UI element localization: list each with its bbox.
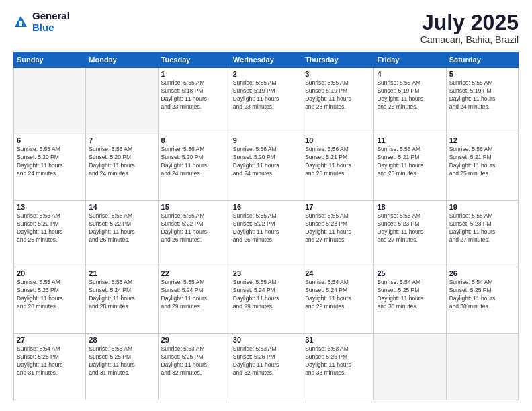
calendar-day-cell: 20Sunrise: 5:55 AM Sunset: 5:23 PM Dayli…	[14, 267, 86, 334]
day-info: Sunrise: 5:55 AM Sunset: 5:19 PM Dayligh…	[377, 79, 443, 111]
day-number: 17	[305, 203, 371, 211]
day-info: Sunrise: 5:55 AM Sunset: 5:19 PM Dayligh…	[233, 79, 299, 111]
calendar-day-cell: 28Sunrise: 5:53 AM Sunset: 5:25 PM Dayli…	[86, 334, 158, 400]
day-info: Sunrise: 5:55 AM Sunset: 5:24 PM Dayligh…	[89, 279, 154, 311]
day-number: 16	[233, 203, 299, 211]
calendar-day-cell: 1Sunrise: 5:55 AM Sunset: 5:18 PM Daylig…	[158, 68, 230, 134]
calendar-table: SundayMondayTuesdayWednesdayThursdayFrid…	[13, 52, 519, 400]
day-info: Sunrise: 5:55 AM Sunset: 5:20 PM Dayligh…	[17, 146, 83, 178]
day-info: Sunrise: 5:55 AM Sunset: 5:23 PM Dayligh…	[377, 212, 443, 244]
day-number: 14	[89, 203, 154, 211]
day-info: Sunrise: 5:54 AM Sunset: 5:25 PM Dayligh…	[17, 345, 83, 377]
calendar-day-cell: 26Sunrise: 5:54 AM Sunset: 5:25 PM Dayli…	[446, 267, 518, 334]
day-number: 28	[89, 336, 154, 344]
day-number: 15	[161, 203, 227, 211]
day-number: 8	[161, 136, 227, 144]
calendar-body: 1Sunrise: 5:55 AM Sunset: 5:18 PM Daylig…	[14, 68, 519, 400]
calendar-day-cell: 11Sunrise: 5:56 AM Sunset: 5:21 PM Dayli…	[374, 134, 446, 201]
day-number: 19	[449, 203, 515, 211]
day-number: 31	[305, 336, 371, 344]
calendar-day-cell: 10Sunrise: 5:56 AM Sunset: 5:21 PM Dayli…	[302, 134, 374, 201]
month-year: July 2025	[420, 11, 519, 34]
calendar-day-cell: 27Sunrise: 5:54 AM Sunset: 5:25 PM Dayli…	[14, 334, 86, 400]
day-number: 26	[449, 269, 515, 277]
day-number: 29	[161, 336, 227, 344]
day-info: Sunrise: 5:55 AM Sunset: 5:23 PM Dayligh…	[305, 212, 371, 244]
day-info: Sunrise: 5:56 AM Sunset: 5:22 PM Dayligh…	[17, 212, 83, 244]
page: General Blue July 2025 Camacari, Bahia, …	[0, 0, 532, 411]
calendar-day-cell: 15Sunrise: 5:55 AM Sunset: 5:22 PM Dayli…	[158, 201, 230, 267]
calendar-day-cell: 7Sunrise: 5:56 AM Sunset: 5:20 PM Daylig…	[86, 134, 158, 201]
day-info: Sunrise: 5:56 AM Sunset: 5:21 PM Dayligh…	[377, 146, 443, 178]
calendar-day-cell: 16Sunrise: 5:55 AM Sunset: 5:22 PM Dayli…	[230, 201, 302, 267]
day-number: 13	[17, 203, 83, 211]
calendar-day-cell: 3Sunrise: 5:55 AM Sunset: 5:19 PM Daylig…	[302, 68, 374, 134]
calendar-header-cell: Monday	[86, 52, 158, 68]
day-number: 11	[377, 136, 443, 144]
day-info: Sunrise: 5:55 AM Sunset: 5:24 PM Dayligh…	[233, 279, 299, 311]
logo-icon	[13, 15, 28, 30]
calendar-week-row: 27Sunrise: 5:54 AM Sunset: 5:25 PM Dayli…	[14, 334, 519, 400]
day-number: 21	[89, 269, 154, 277]
day-info: Sunrise: 5:56 AM Sunset: 5:22 PM Dayligh…	[89, 212, 154, 244]
day-number: 23	[233, 269, 299, 277]
day-number: 4	[377, 70, 443, 78]
calendar-day-cell: 29Sunrise: 5:53 AM Sunset: 5:25 PM Dayli…	[158, 334, 230, 400]
location: Camacari, Bahia, Brazil	[420, 34, 519, 45]
day-number: 22	[161, 269, 227, 277]
day-info: Sunrise: 5:56 AM Sunset: 5:21 PM Dayligh…	[449, 146, 515, 178]
calendar-day-cell: 17Sunrise: 5:55 AM Sunset: 5:23 PM Dayli…	[302, 201, 374, 267]
day-info: Sunrise: 5:54 AM Sunset: 5:25 PM Dayligh…	[377, 279, 443, 311]
calendar-day-cell: 25Sunrise: 5:54 AM Sunset: 5:25 PM Dayli…	[374, 267, 446, 334]
calendar-header-cell: Saturday	[446, 52, 518, 68]
calendar-header-cell: Tuesday	[158, 52, 230, 68]
calendar-day-cell	[374, 334, 446, 400]
calendar-day-cell: 9Sunrise: 5:56 AM Sunset: 5:20 PM Daylig…	[230, 134, 302, 201]
calendar-day-cell: 5Sunrise: 5:55 AM Sunset: 5:19 PM Daylig…	[446, 68, 518, 134]
calendar-day-cell: 30Sunrise: 5:53 AM Sunset: 5:26 PM Dayli…	[230, 334, 302, 400]
day-number: 1	[161, 70, 227, 78]
logo: General Blue	[13, 11, 70, 33]
day-number: 24	[305, 269, 371, 277]
logo-general: General	[32, 11, 70, 22]
calendar-header-cell: Wednesday	[230, 52, 302, 68]
day-number: 25	[377, 269, 443, 277]
calendar-day-cell: 19Sunrise: 5:55 AM Sunset: 5:23 PM Dayli…	[446, 201, 518, 267]
day-number: 27	[17, 336, 83, 344]
calendar-day-cell: 2Sunrise: 5:55 AM Sunset: 5:19 PM Daylig…	[230, 68, 302, 134]
calendar-day-cell: 8Sunrise: 5:56 AM Sunset: 5:20 PM Daylig…	[158, 134, 230, 201]
logo-blue: Blue	[32, 22, 70, 34]
calendar-day-cell: 31Sunrise: 5:53 AM Sunset: 5:26 PM Dayli…	[302, 334, 374, 400]
day-info: Sunrise: 5:53 AM Sunset: 5:26 PM Dayligh…	[305, 345, 371, 377]
calendar-day-cell: 13Sunrise: 5:56 AM Sunset: 5:22 PM Dayli…	[14, 201, 86, 267]
svg-rect-2	[19, 21, 22, 26]
day-number: 9	[233, 136, 299, 144]
day-number: 7	[89, 136, 154, 144]
day-number: 18	[377, 203, 443, 211]
calendar-day-cell: 24Sunrise: 5:54 AM Sunset: 5:24 PM Dayli…	[302, 267, 374, 334]
day-number: 30	[233, 336, 299, 344]
calendar-day-cell	[14, 68, 86, 134]
calendar-week-row: 13Sunrise: 5:56 AM Sunset: 5:22 PM Dayli…	[14, 201, 519, 267]
day-info: Sunrise: 5:55 AM Sunset: 5:23 PM Dayligh…	[449, 212, 515, 244]
day-info: Sunrise: 5:56 AM Sunset: 5:21 PM Dayligh…	[305, 146, 371, 178]
day-number: 10	[305, 136, 371, 144]
logo-text: General Blue	[32, 11, 70, 33]
day-info: Sunrise: 5:55 AM Sunset: 5:23 PM Dayligh…	[17, 279, 83, 311]
calendar-day-cell: 21Sunrise: 5:55 AM Sunset: 5:24 PM Dayli…	[86, 267, 158, 334]
calendar-day-cell: 18Sunrise: 5:55 AM Sunset: 5:23 PM Dayli…	[374, 201, 446, 267]
calendar-day-cell: 12Sunrise: 5:56 AM Sunset: 5:21 PM Dayli…	[446, 134, 518, 201]
header: General Blue July 2025 Camacari, Bahia, …	[13, 11, 519, 45]
day-info: Sunrise: 5:55 AM Sunset: 5:19 PM Dayligh…	[449, 79, 515, 111]
day-info: Sunrise: 5:55 AM Sunset: 5:18 PM Dayligh…	[161, 79, 227, 111]
calendar-day-cell: 4Sunrise: 5:55 AM Sunset: 5:19 PM Daylig…	[374, 68, 446, 134]
title-block: July 2025 Camacari, Bahia, Brazil	[420, 11, 519, 45]
day-info: Sunrise: 5:56 AM Sunset: 5:20 PM Dayligh…	[161, 146, 227, 178]
calendar-day-cell	[86, 68, 158, 134]
day-number: 6	[17, 136, 83, 144]
calendar-day-cell: 6Sunrise: 5:55 AM Sunset: 5:20 PM Daylig…	[14, 134, 86, 201]
day-info: Sunrise: 5:54 AM Sunset: 5:25 PM Dayligh…	[449, 279, 515, 311]
day-info: Sunrise: 5:53 AM Sunset: 5:25 PM Dayligh…	[89, 345, 154, 377]
day-info: Sunrise: 5:55 AM Sunset: 5:22 PM Dayligh…	[161, 212, 227, 244]
day-info: Sunrise: 5:56 AM Sunset: 5:20 PM Dayligh…	[233, 146, 299, 178]
